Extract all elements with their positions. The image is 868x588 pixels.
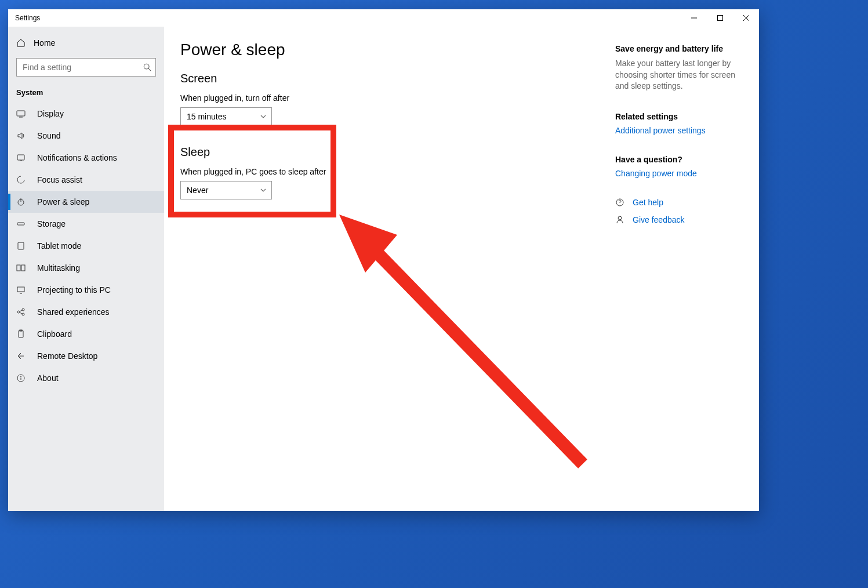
sidebar: Home System Display Sound Notifications … (8, 27, 164, 511)
nav-item-display[interactable]: Display (8, 103, 164, 125)
nav-item-label: Clipboard (37, 329, 72, 339)
multitasking-icon (16, 263, 26, 273)
settings-window: Settings Home System Display Sound (8, 9, 759, 511)
category-label: System (8, 85, 164, 103)
clipboard-icon (16, 329, 26, 339)
nav-item-power-sleep[interactable]: Power & sleep (8, 191, 164, 213)
help-icon (615, 198, 624, 207)
nav-home-label: Home (34, 38, 55, 48)
nav-item-label: Notifications & actions (37, 153, 117, 162)
nav-item-label: Shared experiences (37, 307, 110, 317)
nav-item-clipboard[interactable]: Clipboard (8, 323, 164, 345)
svg-rect-15 (17, 287, 24, 292)
svg-point-18 (22, 313, 24, 315)
feedback-icon (615, 215, 624, 224)
nav-item-label: Multitasking (37, 263, 80, 273)
nav-item-label: About (37, 373, 59, 383)
window-title: Settings (8, 14, 681, 22)
screen-label: When plugged in, turn off after (180, 93, 580, 103)
svg-rect-21 (19, 331, 23, 337)
nav-item-label: Focus assist (37, 175, 82, 184)
changing-power-mode-link[interactable]: Changing power mode (615, 169, 743, 178)
nav-item-notifications[interactable]: Notifications & actions (8, 147, 164, 169)
close-button[interactable] (733, 9, 759, 27)
window-controls (681, 9, 759, 27)
sleep-timeout-value: Never (187, 186, 208, 195)
search-box (16, 58, 156, 77)
power-icon (16, 197, 26, 206)
nav-item-label: Projecting to this PC (37, 285, 111, 295)
question-heading: Have a question? (615, 155, 743, 164)
about-icon (16, 373, 26, 383)
energy-heading: Save energy and battery life (615, 44, 743, 53)
nav-item-remote-desktop[interactable]: Remote Desktop (8, 345, 164, 367)
svg-rect-1 (717, 16, 722, 21)
nav-home[interactable]: Home (8, 32, 164, 53)
nav-list: Display Sound Notifications & actions Fo… (8, 103, 164, 389)
search-input[interactable] (16, 58, 156, 77)
aside-column: Save energy and battery life Make your b… (615, 41, 743, 497)
maximize-button[interactable] (707, 9, 733, 27)
nav-item-label: Display (37, 109, 64, 118)
page-title: Power & sleep (180, 41, 580, 59)
storage-icon (16, 219, 26, 228)
notifications-icon (16, 153, 26, 162)
svg-rect-13 (17, 265, 20, 271)
svg-line-19 (20, 310, 22, 311)
content-area: Power & sleep Screen When plugged in, tu… (164, 27, 759, 511)
titlebar: Settings (8, 9, 759, 27)
related-heading: Related settings (615, 112, 743, 121)
svg-rect-12 (18, 242, 24, 249)
nav-item-label: Tablet mode (37, 241, 81, 251)
svg-rect-11 (17, 223, 24, 225)
display-icon (16, 109, 26, 118)
chevron-down-icon (260, 113, 267, 120)
nav-item-label: Power & sleep (37, 197, 89, 206)
projecting-icon (16, 285, 26, 295)
nav-item-label: Storage (37, 219, 66, 228)
nav-item-focus-assist[interactable]: Focus assist (8, 169, 164, 191)
svg-line-20 (20, 313, 22, 314)
svg-point-25 (21, 376, 21, 377)
chevron-down-icon (260, 187, 267, 194)
nav-item-projecting[interactable]: Projecting to this PC (8, 279, 164, 301)
nav-item-about[interactable]: About (8, 367, 164, 389)
svg-point-17 (22, 308, 24, 311)
remote-icon (16, 351, 26, 361)
focus-assist-icon (16, 175, 26, 184)
additional-power-settings-link[interactable]: Additional power settings (615, 126, 743, 135)
nav-item-label: Remote Desktop (37, 351, 97, 361)
svg-rect-8 (17, 155, 24, 160)
search-icon (143, 63, 151, 71)
main-column: Power & sleep Screen When plugged in, tu… (180, 41, 580, 497)
sleep-timeout-dropdown[interactable]: Never (180, 181, 272, 199)
sleep-label: When plugged in, PC goes to sleep after (180, 167, 580, 176)
screen-timeout-dropdown[interactable]: 15 minutes (180, 107, 272, 126)
svg-rect-14 (21, 265, 25, 271)
minimize-button[interactable] (681, 9, 707, 27)
svg-point-27 (618, 216, 622, 220)
screen-timeout-value: 15 minutes (187, 112, 226, 121)
svg-point-16 (17, 311, 20, 313)
svg-line-5 (148, 68, 151, 71)
svg-rect-6 (17, 111, 25, 116)
nav-item-shared-experiences[interactable]: Shared experiences (8, 301, 164, 323)
nav-item-storage[interactable]: Storage (8, 213, 164, 235)
screen-heading: Screen (180, 72, 580, 85)
sound-icon (16, 131, 26, 140)
nav-item-sound[interactable]: Sound (8, 125, 164, 147)
nav-item-tablet-mode[interactable]: Tablet mode (8, 235, 164, 257)
energy-text: Make your battery last longer by choosin… (615, 58, 743, 92)
shared-icon (16, 307, 26, 317)
nav-item-label: Sound (37, 131, 60, 140)
give-feedback-link[interactable]: Give feedback (633, 215, 685, 224)
tablet-icon (16, 241, 26, 251)
nav-item-multitasking[interactable]: Multitasking (8, 257, 164, 279)
home-icon (16, 38, 26, 48)
get-help-link[interactable]: Get help (633, 198, 663, 207)
sleep-heading: Sleep (180, 146, 580, 159)
